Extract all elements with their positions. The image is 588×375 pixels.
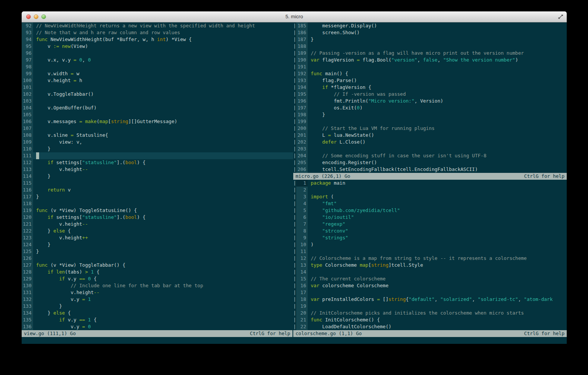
code-text[interactable] — [33, 98, 293, 104]
code-text[interactable]: screen.Show() — [308, 29, 567, 36]
code-text[interactable]: v.y = 1 — [33, 296, 293, 303]
pane-colorscheme-go[interactable]: |1package main|2|3import (|4 "fmt"|5 "gi… — [293, 180, 567, 330]
code-line[interactable]: |201 L = lua.NewState() — [293, 132, 567, 139]
code-line[interactable]: 134 } else { — [22, 310, 293, 316]
pane-divider[interactable]: | — [293, 104, 296, 111]
code-line[interactable]: |203 — [293, 146, 567, 152]
code-text[interactable]: // Note that w and h are raw column and … — [33, 29, 293, 36]
code-text[interactable]: "github.com/zyedidia/tcell" — [308, 207, 567, 214]
code-line[interactable]: |5 "github.com/zyedidia/tcell" — [293, 207, 567, 214]
code-line[interactable]: 101 — [22, 84, 293, 91]
pane-divider[interactable]: | — [293, 282, 296, 289]
code-line[interactable]: 118 — [22, 200, 293, 207]
code-line[interactable]: 130 // Include one line for the tab bar … — [22, 282, 293, 289]
code-text[interactable]: encoding.Register() — [308, 159, 567, 166]
code-text[interactable] — [308, 303, 567, 310]
code-line[interactable]: 104 v.OpenBuffer(buf) — [22, 104, 293, 111]
pane-divider[interactable]: | — [293, 262, 296, 269]
code-text[interactable]: "regexp" — [308, 221, 567, 228]
code-text[interactable]: } — [33, 173, 293, 180]
pane-divider[interactable]: | — [293, 36, 296, 43]
code-line[interactable]: |6 "io/ioutil" — [293, 214, 567, 221]
pane-divider[interactable]: | — [293, 43, 296, 50]
code-line[interactable]: |21func InitColorscheme() { — [293, 316, 567, 323]
code-line[interactable]: 117} — [22, 193, 293, 200]
code-line[interactable]: 100 v.height = h — [22, 77, 293, 84]
pane-divider[interactable]: | — [293, 63, 296, 70]
code-line[interactable]: 110 } — [22, 146, 293, 152]
pane-divider[interactable]: | — [293, 166, 296, 173]
code-text[interactable]: if len(tabs) > 1 { — [33, 269, 293, 275]
code-text[interactable]: // Passing -version as a flag will have … — [308, 50, 567, 57]
code-line[interactable]: |4 "fmt" — [293, 200, 567, 207]
code-line[interactable]: 103 — [22, 98, 293, 104]
code-text[interactable]: var flagVersion = flag.Bool("version", f… — [308, 57, 567, 63]
code-line[interactable]: |12// Colorscheme is a map from string t… — [293, 255, 567, 262]
code-line[interactable]: |3import ( — [293, 193, 567, 200]
code-line[interactable]: |13type Colorscheme map[string]tcell.Sty… — [293, 262, 567, 269]
code-text[interactable]: type Colorscheme map[string]tcell.Style — [308, 262, 567, 269]
code-line[interactable]: |193 flag.Parse() — [293, 77, 567, 84]
code-line[interactable]: |196 fmt.Println("Micro version:", Versi… — [293, 98, 567, 104]
pane-divider[interactable]: | — [293, 221, 296, 228]
code-line[interactable]: |194 if *flagVersion { — [293, 84, 567, 91]
code-text[interactable]: // If -version was passed — [308, 91, 567, 98]
code-text[interactable]: import ( — [308, 193, 567, 200]
code-text[interactable]: // Include one line for the tab bar at t… — [33, 282, 293, 289]
pane-divider[interactable]: | — [293, 207, 296, 214]
code-text[interactable]: if v.y == 1 { — [33, 316, 293, 323]
code-text[interactable]: LoadDefaultColorscheme() — [308, 323, 567, 330]
code-text[interactable]: } — [33, 248, 293, 255]
code-text[interactable] — [308, 43, 567, 50]
pane-divider[interactable]: | — [293, 255, 296, 262]
code-text[interactable]: tcell.SetEncodingFallback(tcell.Encoding… — [308, 166, 567, 173]
code-text[interactable] — [33, 50, 293, 57]
code-line[interactable]: |16var colorscheme Colorscheme — [293, 282, 567, 289]
code-line[interactable]: |10) — [293, 241, 567, 248]
code-text[interactable] — [33, 111, 293, 118]
code-line[interactable]: |14 — [293, 269, 567, 275]
code-text[interactable]: messenger.Display() — [308, 22, 567, 29]
code-line[interactable]: |185 messenger.Display() — [293, 22, 567, 29]
code-line[interactable]: 107 — [22, 125, 293, 132]
code-text[interactable]: // The current colorscheme — [308, 275, 567, 282]
code-line[interactable]: |1package main — [293, 180, 567, 187]
pane-divider[interactable]: | — [293, 303, 296, 310]
pane-divider[interactable]: | — [293, 125, 296, 132]
pane-divider[interactable]: | — [293, 275, 296, 282]
pane-divider[interactable]: | — [293, 159, 296, 166]
code-text[interactable]: func main() { — [308, 70, 567, 77]
code-text[interactable]: // InitColorscheme picks and initializes… — [308, 310, 567, 316]
code-line[interactable]: 98 — [22, 63, 293, 70]
pane-divider[interactable]: | — [293, 187, 296, 193]
pane-divider[interactable]: | — [293, 193, 296, 200]
code-text[interactable]: // Some encoding stuff in case the user … — [308, 152, 567, 159]
code-text[interactable]: "io/ioutil" — [308, 214, 567, 221]
code-text[interactable]: v.height = h — [33, 77, 293, 84]
code-text[interactable] — [33, 125, 293, 132]
code-text[interactable]: L = lua.NewState() — [308, 132, 567, 139]
code-text[interactable]: v.messages = make(map[string][]GutterMes… — [33, 118, 293, 125]
pane-divider[interactable]: | — [293, 139, 296, 146]
pane-divider[interactable]: | — [293, 228, 296, 234]
code-text[interactable]: if v.y == 0 { — [33, 275, 293, 282]
code-text[interactable]: } else { — [33, 310, 293, 316]
code-text[interactable]: v.height++ — [33, 234, 293, 241]
code-text[interactable]: } — [308, 36, 567, 43]
code-text[interactable] — [308, 187, 567, 193]
code-text[interactable] — [308, 118, 567, 125]
code-line[interactable]: 120 if settings["statusline"].(bool) { — [22, 214, 293, 221]
code-text[interactable] — [308, 289, 567, 296]
code-text[interactable]: v.height-- — [33, 289, 293, 296]
code-text[interactable]: } — [33, 146, 293, 152]
code-text[interactable] — [33, 63, 293, 70]
pane-divider[interactable]: | — [293, 296, 296, 303]
code-line[interactable]: |191 — [293, 63, 567, 70]
code-text[interactable]: } — [33, 303, 293, 310]
pane-divider[interactable]: | — [293, 22, 296, 29]
code-line[interactable]: 136 v.y = 0 — [22, 323, 293, 330]
code-line[interactable]: 126 — [22, 255, 293, 262]
code-line[interactable]: |192func main() { — [293, 70, 567, 77]
code-line[interactable]: |187} — [293, 36, 567, 43]
code-text[interactable] — [33, 152, 293, 159]
